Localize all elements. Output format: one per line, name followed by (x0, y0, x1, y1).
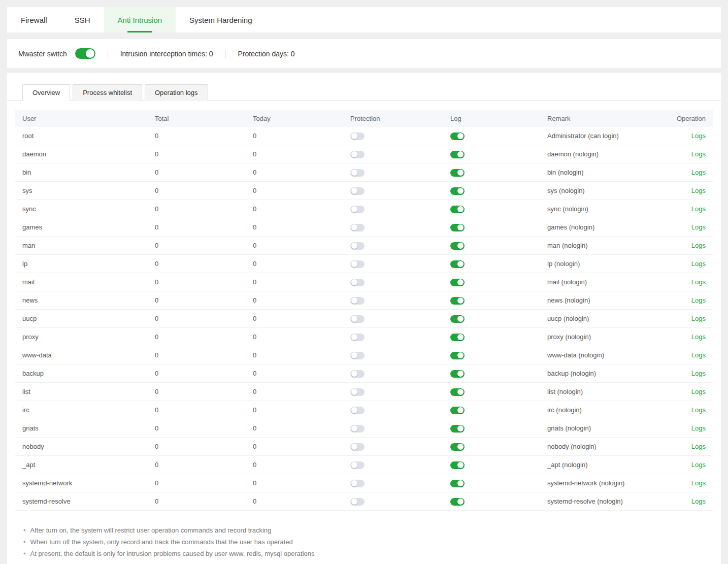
master-switch-toggle[interactable] (75, 48, 95, 59)
log-toggle[interactable] (450, 388, 465, 396)
protection-toggle[interactable] (350, 443, 365, 451)
protection-toggle[interactable] (350, 498, 365, 506)
log-toggle[interactable] (450, 370, 465, 378)
remark-cell: systemd-network (nologin) (540, 479, 672, 487)
protection-toggle[interactable] (350, 224, 365, 231)
tab-system-hardening[interactable]: System Hardening (176, 7, 266, 32)
logs-link[interactable]: Logs (691, 424, 706, 432)
log-toggle[interactable] (450, 206, 465, 213)
protection-toggle[interactable] (350, 461, 365, 469)
log-toggle[interactable] (450, 498, 465, 506)
logs-link[interactable]: Logs (691, 315, 706, 322)
toggle-knob (457, 371, 464, 377)
tab-firewall[interactable]: Firewall (7, 7, 61, 32)
toggle-knob (351, 151, 357, 157)
user-cell: systemd-resolve (15, 497, 148, 505)
log-toggle[interactable] (450, 187, 465, 195)
operation-cell: Logs (672, 388, 713, 395)
logs-link[interactable]: Logs (691, 351, 706, 359)
tab-ssh[interactable]: SSH (61, 7, 104, 32)
table-body: root 0 0 Administrator (can login) Logs … (15, 127, 713, 511)
protection-toggle[interactable] (350, 169, 365, 177)
protection-toggle[interactable] (350, 279, 365, 286)
protection-toggle[interactable] (350, 242, 365, 250)
log-toggle[interactable] (450, 407, 465, 414)
logs-link[interactable]: Logs (691, 260, 706, 268)
protection-toggle[interactable] (350, 315, 365, 323)
protection-toggle[interactable] (350, 370, 365, 378)
user-cell: www-data (15, 351, 148, 359)
logs-link[interactable]: Logs (691, 333, 706, 341)
divider (108, 50, 108, 58)
log-toggle[interactable] (450, 315, 465, 323)
table-row: lp 0 0 lp (nologin) Logs (15, 255, 713, 273)
logs-link[interactable]: Logs (691, 205, 706, 213)
log-toggle[interactable] (450, 334, 465, 341)
log-toggle[interactable] (450, 132, 465, 140)
logs-link[interactable]: Logs (691, 479, 706, 487)
protection-days-stat: Protection days: 0 (238, 50, 295, 58)
remark-cell: Administrator (can login) (540, 132, 672, 140)
protection-toggle[interactable] (350, 187, 365, 195)
log-toggle[interactable] (450, 260, 465, 268)
logs-link[interactable]: Logs (691, 443, 706, 450)
logs-link[interactable]: Logs (691, 223, 706, 231)
protection-toggle[interactable] (350, 425, 365, 433)
subtab-process-whitelist[interactable]: Process whitelist (73, 84, 142, 101)
log-cell (443, 351, 540, 359)
log-toggle[interactable] (450, 279, 465, 286)
user-cell: proxy (15, 333, 148, 341)
today-cell: 0 (246, 260, 343, 268)
logs-link[interactable]: Logs (691, 187, 706, 194)
log-cell (443, 442, 540, 450)
logs-link[interactable]: Logs (691, 388, 706, 395)
tab-anti-intrusion[interactable]: Anti Intrusion (104, 7, 176, 32)
logs-link[interactable]: Logs (691, 296, 706, 304)
log-toggle[interactable] (450, 425, 465, 433)
logs-link[interactable]: Logs (691, 150, 706, 158)
log-toggle[interactable] (450, 242, 465, 250)
table-row: list 0 0 list (nologin) Logs (15, 383, 713, 401)
total-cell: 0 (148, 497, 246, 505)
subtab-operation-logs[interactable]: Operation logs (145, 84, 208, 101)
log-toggle[interactable] (450, 480, 465, 487)
logs-link[interactable]: Logs (691, 169, 706, 176)
interception-times-stat: Intrusion interception times: 0 (120, 50, 213, 58)
operation-cell: Logs (672, 479, 713, 487)
today-cell: 0 (246, 150, 343, 158)
log-toggle[interactable] (450, 224, 465, 231)
protection-toggle[interactable] (350, 352, 365, 359)
protection-toggle[interactable] (350, 206, 365, 213)
log-toggle[interactable] (450, 297, 465, 305)
page: Firewall SSH Anti Intrusion System Harde… (0, 0, 728, 564)
log-toggle[interactable] (450, 443, 465, 451)
protection-toggle[interactable] (350, 334, 365, 341)
log-toggle[interactable] (450, 352, 465, 359)
log-toggle[interactable] (450, 169, 465, 177)
protection-toggle[interactable] (350, 407, 365, 414)
toggle-knob (351, 389, 357, 395)
protection-cell (343, 406, 443, 414)
logs-link[interactable]: Logs (691, 406, 706, 414)
logs-link[interactable]: Logs (691, 278, 706, 286)
total-cell: 0 (148, 260, 246, 268)
protection-toggle[interactable] (350, 297, 365, 305)
total-cell: 0 (148, 296, 246, 304)
protection-toggle[interactable] (350, 388, 365, 396)
logs-link[interactable]: Logs (691, 497, 706, 505)
toggle-knob (457, 462, 464, 468)
protection-toggle[interactable] (350, 132, 365, 140)
toggle-knob (457, 261, 464, 267)
table-row: games 0 0 games (nologin) Logs (15, 218, 713, 237)
logs-link[interactable]: Logs (691, 242, 706, 249)
subtab-overview[interactable]: Overview (22, 84, 70, 101)
logs-link[interactable]: Logs (691, 461, 706, 469)
log-toggle[interactable] (450, 461, 465, 469)
toggle-knob (351, 243, 357, 249)
logs-link[interactable]: Logs (691, 370, 706, 377)
log-toggle[interactable] (450, 151, 465, 158)
protection-toggle[interactable] (350, 151, 365, 158)
protection-toggle[interactable] (350, 260, 365, 268)
protection-toggle[interactable] (350, 480, 365, 487)
logs-link[interactable]: Logs (691, 132, 706, 140)
